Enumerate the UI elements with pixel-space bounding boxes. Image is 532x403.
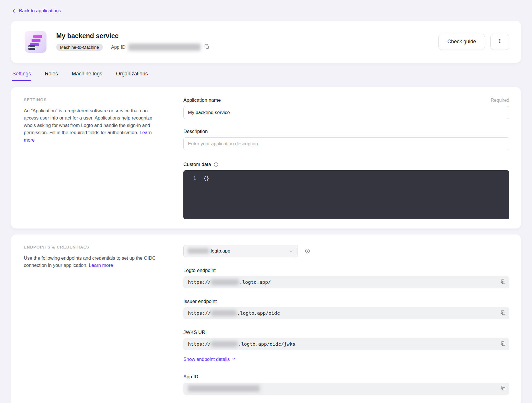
chevron-down-icon — [288, 249, 294, 254]
redacted-tenant-id — [211, 310, 236, 316]
endpoints-section-intro: ENDPOINTS & CREDENTIALS Use the followin… — [24, 245, 159, 395]
domain-row: .logto.app — [183, 245, 509, 257]
app-id-redacted-value — [128, 44, 201, 51]
endpoint-url-suffix: .logto.app/oidc — [237, 310, 280, 316]
required-hint: Required — [491, 98, 509, 103]
domain-select-value: .logto.app — [209, 248, 230, 254]
kebab-menu-icon — [497, 38, 503, 45]
copy-jwks-uri-button[interactable] — [499, 340, 507, 349]
settings-description-text: An "Application" is a registered softwar… — [24, 108, 152, 135]
app-tabs: Settings Roles Machine logs Organization… — [11, 71, 521, 81]
jwks-uri-field: JWKS URI https:// .logto.app/oidc/jwks — [183, 330, 509, 350]
app-type-badge: Machine-to-Machine — [56, 44, 103, 51]
logto-endpoint-field: Logto endpoint https:// .logto.app/ — [183, 268, 509, 288]
app-id-field-label: App ID — [183, 374, 198, 380]
copy-icon — [500, 341, 506, 347]
description-label: Description — [183, 129, 208, 134]
check-guide-label: Check guide — [447, 39, 476, 44]
custom-data-field: Custom data 1 {} — [183, 162, 509, 219]
logto-endpoint-label: Logto endpoint — [183, 268, 216, 273]
app-id-label: App ID — [111, 44, 125, 50]
back-link-label: Back to applications — [19, 8, 61, 13]
tab-organizations[interactable]: Organizations — [116, 71, 148, 81]
copy-icon — [204, 44, 209, 50]
settings-form: Application name Required Description Cu… — [183, 97, 509, 219]
copy-issuer-endpoint-button[interactable] — [499, 309, 507, 318]
application-name-field: Application name Required — [183, 97, 509, 119]
show-endpoint-details-link[interactable]: Show endpoint details — [183, 357, 236, 362]
app-header-card: My backend service Machine-to-Machine Ap… — [11, 21, 521, 63]
tab-settings[interactable]: Settings — [12, 71, 31, 81]
logto-endpoint-value: https:// .logto.app/ — [183, 276, 509, 288]
copy-icon — [500, 386, 506, 392]
endpoint-url-suffix: .logto.app/ — [239, 279, 271, 285]
endpoint-url-prefix: https:// — [188, 279, 211, 285]
application-detail-page: Back to applications — [0, 0, 532, 403]
back-to-applications-link[interactable]: Back to applications — [11, 8, 61, 13]
app-id-field: App ID — [183, 374, 509, 395]
jwks-uri-value: https:// .logto.app/oidc/jwks — [183, 338, 509, 350]
editor-line-number: 1 — [183, 175, 196, 182]
issuer-endpoint-value: https:// .logto.app/oidc — [183, 307, 509, 319]
settings-section-description: An "Application" is a registered softwar… — [24, 107, 159, 144]
description-field: Description — [183, 129, 509, 150]
endpoints-learn-more-link[interactable]: Learn more — [89, 263, 113, 268]
domain-info-icon[interactable] — [305, 248, 310, 254]
application-name-input[interactable] — [183, 106, 509, 119]
tab-roles[interactable]: Roles — [45, 71, 58, 81]
meta-divider — [107, 44, 107, 50]
app-icon — [25, 31, 46, 53]
endpoints-section-description: Use the following endpoints and credenti… — [24, 255, 159, 269]
endpoint-url-prefix: https:// — [188, 341, 211, 347]
settings-section-intro: SETTINGS An "Application" is a registere… — [24, 97, 159, 219]
redacted-tenant-id — [211, 341, 238, 347]
header-actions: Check guide — [438, 34, 509, 50]
endpoints-section-title: ENDPOINTS & CREDENTIALS — [24, 245, 159, 249]
issuer-endpoint-label: Issuer endpoint — [183, 299, 217, 304]
endpoint-url-suffix: .logto.app/oidc/jwks — [238, 341, 295, 347]
show-endpoint-details-label: Show endpoint details — [183, 357, 230, 362]
endpoints-section-card: ENDPOINTS & CREDENTIALS Use the followin… — [11, 234, 521, 403]
chevron-left-icon — [11, 8, 16, 13]
check-guide-button[interactable]: Check guide — [438, 34, 485, 50]
endpoint-url-prefix: https:// — [188, 310, 211, 316]
description-input[interactable] — [183, 137, 509, 150]
redacted-tenant-id — [211, 279, 239, 285]
redacted-app-id — [188, 385, 260, 392]
copy-logto-endpoint-button[interactable] — [499, 278, 507, 287]
jwks-uri-label: JWKS URI — [183, 330, 207, 335]
domain-select[interactable]: .logto.app — [183, 245, 298, 257]
copy-app-id-button[interactable] — [203, 43, 211, 51]
tab-machine-logs[interactable]: Machine logs — [72, 71, 102, 81]
app-id-value — [183, 383, 509, 395]
copy-icon — [500, 310, 506, 316]
application-name-label: Application name — [183, 97, 221, 103]
app-title: My backend service — [56, 32, 211, 40]
info-icon[interactable] — [213, 162, 219, 167]
more-actions-button[interactable] — [490, 34, 509, 50]
app-meta-row: Machine-to-Machine App ID — [56, 43, 211, 51]
chevron-down-icon — [232, 357, 236, 362]
app-header-info: My backend service Machine-to-Machine Ap… — [56, 32, 211, 51]
copy-icon — [500, 279, 506, 285]
custom-data-code-editor[interactable]: 1 {} — [183, 170, 509, 219]
copy-app-id-value-button[interactable] — [499, 384, 507, 393]
issuer-endpoint-field: Issuer endpoint https:// .logto.app/oidc — [183, 299, 509, 319]
endpoints-form: .logto.app Logto endpoint https:// .logt… — [183, 245, 509, 395]
editor-code-content: {} — [203, 175, 209, 182]
custom-data-label: Custom data — [183, 162, 211, 167]
settings-section-card: SETTINGS An "Application" is a registere… — [11, 87, 521, 228]
settings-section-title: SETTINGS — [24, 97, 159, 102]
redacted-tenant-prefix — [188, 248, 209, 254]
